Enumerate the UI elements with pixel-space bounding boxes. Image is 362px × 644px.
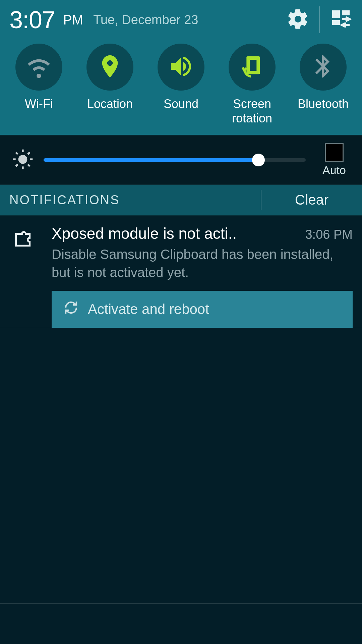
qs-bluetooth[interactable]: Bluetooth (290, 44, 357, 125)
notification-time: 3:06 PM (305, 227, 353, 242)
qs-label: Sound (164, 97, 198, 111)
clock-time: 3:07 (9, 6, 55, 34)
action-label: Activate and reboot (88, 301, 209, 317)
svg-line-12 (16, 164, 18, 166)
sound-icon (168, 53, 194, 81)
settings-icon[interactable] (286, 7, 310, 32)
notification-title: Xposed module is not acti.. (52, 224, 298, 243)
svg-rect-4 (249, 59, 258, 72)
quick-connect-icon[interactable] (329, 7, 353, 32)
svg-rect-1 (342, 10, 350, 15)
notification-subtitle: Disable Samsung Clipboard has been insta… (52, 245, 353, 281)
divider (319, 6, 320, 33)
auto-brightness-label: Auto (322, 164, 346, 177)
quick-settings-row: Wi-Fi Location Sound Screen rotation (0, 42, 362, 136)
refresh-icon (63, 300, 79, 319)
svg-rect-2 (332, 20, 340, 25)
notifications-title: NOTIFICATIONS (0, 193, 261, 207)
wifi-icon (25, 53, 52, 81)
brightness-slider[interactable] (44, 150, 306, 170)
clock-date: Tue, December 23 (93, 13, 198, 27)
clock-ampm: PM (63, 12, 83, 28)
status-bar: 3:07 PM Tue, December 23 (0, 0, 362, 42)
svg-point-5 (18, 155, 27, 164)
svg-line-8 (16, 152, 18, 154)
rotation-icon (239, 53, 265, 81)
qs-sound[interactable]: Sound (147, 44, 215, 125)
clear-button[interactable]: Clear (261, 192, 362, 208)
qs-label: Bluetooth (298, 97, 349, 111)
svg-line-13 (28, 152, 30, 154)
qs-label: Wi-Fi (25, 97, 53, 111)
brightness-icon (12, 149, 34, 171)
notifications-header: NOTIFICATIONS Clear (0, 185, 362, 216)
qs-label: Location (87, 97, 133, 111)
bluetooth-icon (310, 53, 337, 81)
puzzle-icon (12, 246, 36, 252)
handle-divider (0, 603, 362, 604)
auto-brightness-checkbox[interactable] (325, 143, 344, 162)
notification-item[interactable]: Xposed module is not acti.. 3:06 PM Disa… (0, 216, 362, 328)
qs-wifi[interactable]: Wi-Fi (5, 44, 72, 125)
svg-rect-0 (332, 10, 340, 18)
qs-location[interactable]: Location (76, 44, 143, 125)
activate-reboot-button[interactable]: Activate and reboot (52, 291, 353, 328)
qs-label: Screen rotation (232, 97, 272, 125)
qs-rotation[interactable]: Screen rotation (219, 44, 286, 125)
brightness-row: Auto (0, 136, 362, 185)
location-icon (97, 53, 123, 81)
svg-line-9 (28, 164, 30, 166)
